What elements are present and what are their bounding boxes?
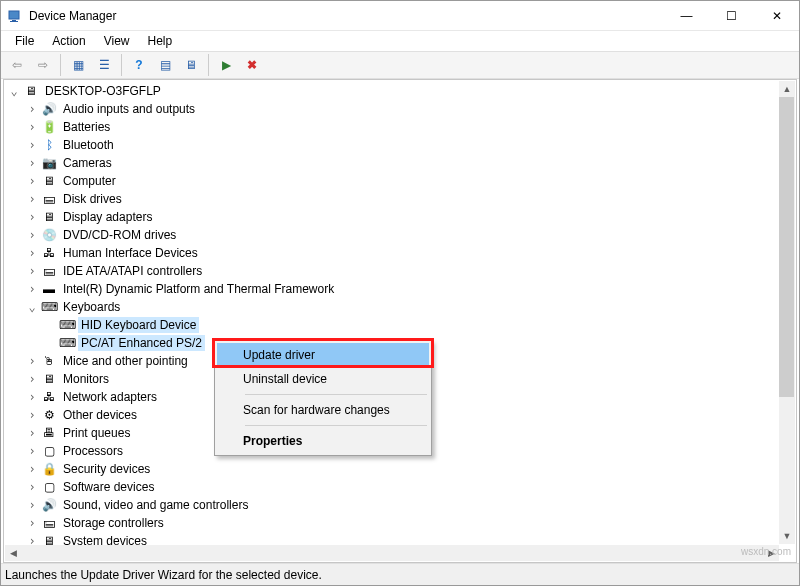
scan-icon[interactable]: 🖥 [179, 53, 203, 77]
horizontal-scrollbar[interactable]: ◀ ▶ [5, 545, 779, 561]
tree-category[interactable]: ›🖴Disk drives [4, 190, 779, 208]
expand-toggle[interactable]: › [26, 282, 38, 296]
device-icon: ᛒ [41, 137, 57, 153]
device-label: Software devices [60, 479, 157, 495]
expand-toggle[interactable]: › [26, 498, 38, 512]
context-menu-item[interactable]: Properties [217, 429, 429, 453]
device-label: Intel(R) Dynamic Platform and Thermal Fr… [60, 281, 337, 297]
maximize-button[interactable]: ☐ [709, 1, 754, 31]
disable-icon[interactable]: ✖ [240, 53, 264, 77]
expand-toggle[interactable]: › [26, 156, 38, 170]
expand-toggle[interactable]: › [26, 210, 38, 224]
scroll-up-arrow[interactable]: ▲ [779, 81, 795, 97]
context-menu-item[interactable]: Update driver [217, 343, 429, 367]
device-icon: ▢ [41, 443, 57, 459]
toolbar-separator [208, 54, 209, 76]
expand-toggle[interactable]: › [26, 408, 38, 422]
minimize-button[interactable]: — [664, 1, 709, 31]
menu-file[interactable]: File [7, 32, 42, 50]
svg-rect-1 [12, 20, 16, 21]
properties-icon[interactable]: ▤ [153, 53, 177, 77]
device-icon: 🖥 [41, 173, 57, 189]
tree-root[interactable]: ⌄🖥DESKTOP-O3FGFLP [4, 82, 779, 100]
expand-toggle[interactable]: › [26, 426, 38, 440]
enable-icon[interactable]: ▶ [214, 53, 238, 77]
device-label: IDE ATA/ATAPI controllers [60, 263, 205, 279]
vertical-scrollbar[interactable]: ▲ ▼ [779, 81, 795, 544]
expand-toggle[interactable]: › [26, 516, 38, 530]
device-icon: ⌨ [41, 299, 57, 315]
expand-toggle[interactable]: › [26, 228, 38, 242]
device-label: Print queues [60, 425, 133, 441]
expand-toggle[interactable]: › [26, 390, 38, 404]
tree-device[interactable]: ⌨HID Keyboard Device [4, 316, 779, 334]
device-label: Audio inputs and outputs [60, 101, 198, 117]
device-tree[interactable]: ⌄🖥DESKTOP-O3FGFLP›🔊Audio inputs and outp… [4, 80, 779, 562]
expand-toggle[interactable]: › [26, 462, 38, 476]
tree-category[interactable]: ›▢Software devices [4, 478, 779, 496]
device-icon: ⚙ [41, 407, 57, 423]
collapse-toggle[interactable]: ⌄ [26, 300, 38, 314]
window-controls: — ☐ ✕ [664, 1, 799, 31]
device-icon: 🖧 [41, 245, 57, 261]
scroll-left-arrow[interactable]: ◀ [5, 545, 21, 561]
context-menu-item[interactable]: Scan for hardware changes [217, 398, 429, 422]
scroll-thumb[interactable] [779, 97, 794, 397]
expand-toggle[interactable]: › [26, 138, 38, 152]
tree-category[interactable]: ›🔒Security devices [4, 460, 779, 478]
device-icon: 🔊 [41, 497, 57, 513]
device-label: Processors [60, 443, 126, 459]
expand-toggle[interactable]: › [26, 444, 38, 458]
tree-category[interactable]: ›🖴IDE ATA/ATAPI controllers [4, 262, 779, 280]
expand-toggle[interactable]: › [26, 372, 38, 386]
expand-toggle[interactable]: › [26, 174, 38, 188]
device-icon: ▢ [41, 479, 57, 495]
device-label: Storage controllers [60, 515, 167, 531]
watermark: wsxdn.com [741, 546, 791, 557]
views-icon[interactable]: ▦ [66, 53, 90, 77]
tree-category[interactable]: ›▬Intel(R) Dynamic Platform and Thermal … [4, 280, 779, 298]
tree-category[interactable]: ›🖥Computer [4, 172, 779, 190]
expand-toggle[interactable]: › [26, 480, 38, 494]
device-label: Cameras [60, 155, 115, 171]
status-text: Launches the Update Driver Wizard for th… [5, 568, 322, 582]
tree-category[interactable]: ›📷Cameras [4, 154, 779, 172]
menu-view[interactable]: View [96, 32, 138, 50]
tree-category[interactable]: ⌄⌨Keyboards [4, 298, 779, 316]
device-icon: 🖧 [41, 389, 57, 405]
tree-category[interactable]: ›🔋Batteries [4, 118, 779, 136]
device-label: Security devices [60, 461, 153, 477]
tree-category[interactable]: ›🖴Storage controllers [4, 514, 779, 532]
tree-category[interactable]: ›💿DVD/CD-ROM drives [4, 226, 779, 244]
back-icon[interactable]: ⇦ [5, 53, 29, 77]
device-label: Other devices [60, 407, 140, 423]
tree-category[interactable]: ›🔊Audio inputs and outputs [4, 100, 779, 118]
collapse-toggle[interactable]: ⌄ [8, 84, 20, 98]
expand-toggle[interactable]: › [26, 120, 38, 134]
device-label: Human Interface Devices [60, 245, 201, 261]
menu-action[interactable]: Action [44, 32, 93, 50]
device-icon: ⌨ [59, 335, 75, 351]
tree-category[interactable]: ›ᛒBluetooth [4, 136, 779, 154]
help-icon[interactable]: ? [127, 53, 151, 77]
detail-icon[interactable]: ☰ [92, 53, 116, 77]
forward-icon[interactable]: ⇨ [31, 53, 55, 77]
device-icon: 🖶 [41, 425, 57, 441]
tree-category[interactable]: ›🔊Sound, video and game controllers [4, 496, 779, 514]
scroll-down-arrow[interactable]: ▼ [779, 528, 795, 544]
context-menu-separator [245, 394, 427, 395]
close-button[interactable]: ✕ [754, 1, 799, 31]
tree-category[interactable]: ›🖧Human Interface Devices [4, 244, 779, 262]
expand-toggle[interactable]: › [26, 354, 38, 368]
tree-category[interactable]: ›🖥Display adapters [4, 208, 779, 226]
device-label: Batteries [60, 119, 113, 135]
device-label: PC/AT Enhanced PS/2 [78, 335, 205, 351]
expand-toggle[interactable]: › [26, 264, 38, 278]
expand-toggle[interactable]: › [26, 192, 38, 206]
context-menu-separator [245, 425, 427, 426]
expand-toggle[interactable]: › [26, 102, 38, 116]
context-menu-item[interactable]: Uninstall device [217, 367, 429, 391]
menu-help[interactable]: Help [140, 32, 181, 50]
device-icon: 🖴 [41, 263, 57, 279]
expand-toggle[interactable]: › [26, 246, 38, 260]
